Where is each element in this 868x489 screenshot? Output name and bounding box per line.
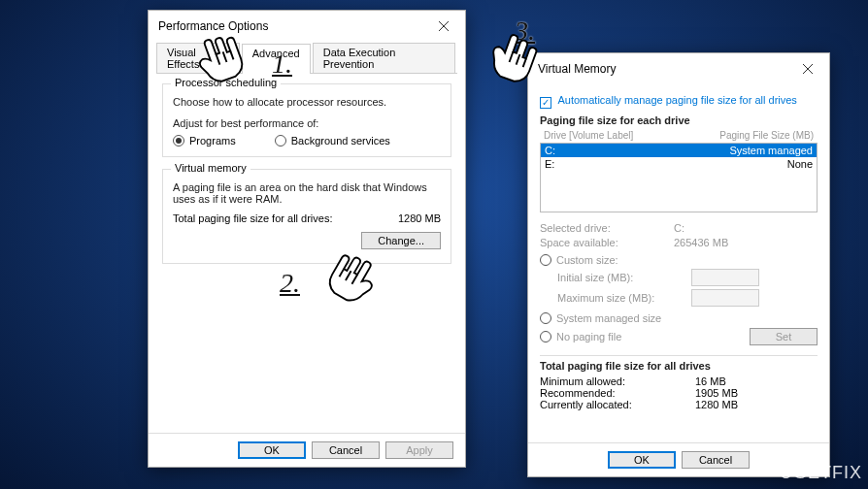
radio-custom-size: Custom size:	[540, 254, 818, 266]
vm-total-label: Total paging file size for all drives:	[173, 212, 332, 224]
auto-manage-label: Automatically manage paging file size fo…	[557, 94, 796, 106]
total-title: Total paging file size for all drives	[540, 360, 818, 372]
close-icon[interactable]	[430, 16, 457, 36]
vm-total-value: 1280 MB	[398, 212, 441, 224]
drive-list[interactable]: C: System managed E: None	[540, 143, 818, 212]
radio-dot-icon	[275, 135, 286, 147]
vm-titlebar: Virtual Memory	[528, 53, 829, 82]
close-icon[interactable]	[794, 59, 821, 79]
proc-adjust: Adjust for best performance of:	[173, 117, 441, 129]
perf-title: Performance Options	[158, 19, 268, 33]
list-item[interactable]: E: None	[541, 157, 817, 171]
hdr-drive: Drive [Volume Label]	[544, 130, 696, 141]
list-title: Paging file size for each drive	[540, 114, 818, 126]
radio-system-managed: System managed size	[540, 312, 818, 324]
initial-size-input	[691, 269, 759, 286]
radio-dot-icon	[540, 254, 551, 266]
drive-c-label: C:	[545, 145, 696, 156]
radio-no-paging: No paging file	[540, 331, 621, 342]
drive-c-size: System managed	[696, 145, 813, 156]
seldrive-value: C:	[674, 222, 684, 234]
no-paging-label: No paging file	[556, 331, 621, 342]
group-processor-scheduling: Processor scheduling Choose how to alloc…	[162, 83, 451, 157]
cancel-button[interactable]: Cancel	[312, 441, 380, 459]
cur-v: 1280 MB	[695, 399, 738, 410]
radio-dot-icon	[540, 312, 551, 324]
tab-advanced[interactable]: Advanced	[242, 44, 311, 74]
seldrive-label: Selected drive:	[540, 222, 666, 234]
rec-v: 1905 MB	[695, 387, 738, 399]
cur-l: Currently allocated:	[540, 399, 695, 410]
group-title-proc: Processor scheduling	[171, 77, 281, 88]
vm-title: Virtual Memory	[538, 62, 616, 76]
perf-button-row: OK Cancel Apply	[149, 433, 465, 467]
apply-button[interactable]: Apply	[385, 441, 453, 459]
ok-button[interactable]: OK	[238, 441, 306, 459]
set-button: Set	[750, 328, 818, 345]
rec-l: Recommended:	[540, 387, 695, 399]
group-virtual-memory: Virtual memory A paging file is an area …	[162, 169, 451, 264]
cancel-button[interactable]: Cancel	[682, 451, 750, 469]
max-label: Maximum size (MB):	[557, 292, 684, 304]
radio-programs-label: Programs	[189, 135, 236, 147]
drive-e-size: None	[696, 158, 813, 170]
perf-titlebar: Performance Options	[149, 11, 465, 40]
radio-programs[interactable]: Programs	[173, 135, 236, 147]
list-item[interactable]: C: System managed	[541, 144, 817, 157]
auto-manage-row[interactable]: Automatically manage paging file size fo…	[540, 94, 818, 109]
custom-size-label: Custom size:	[556, 254, 618, 266]
change-button[interactable]: Change...	[361, 232, 441, 249]
min-v: 16 MB	[695, 375, 726, 387]
tab-strip: Visual Effects Advanced Data Execution P…	[156, 40, 457, 74]
drive-e-label: E:	[545, 158, 696, 170]
space-label: Space available:	[540, 237, 666, 248]
performance-options-dialog: Performance Options Visual Effects Advan…	[148, 10, 466, 468]
min-l: Minimum allowed:	[540, 375, 695, 387]
tab-dep[interactable]: Data Execution Prevention	[313, 43, 455, 73]
watermark: UGETFIX	[780, 463, 862, 483]
sys-managed-label: System managed size	[556, 312, 661, 324]
vm-desc: A paging file is an area on the hard dis…	[173, 181, 441, 205]
radio-dot-icon	[173, 135, 184, 147]
proc-desc: Choose how to allocate processor resourc…	[173, 96, 441, 108]
group-title-vm: Virtual memory	[171, 162, 250, 174]
radio-bg-label: Background services	[291, 135, 390, 147]
ok-button[interactable]: OK	[608, 451, 676, 469]
virtual-memory-dialog: Virtual Memory Automatically manage pagi…	[527, 52, 830, 477]
init-label: Initial size (MB):	[557, 272, 684, 283]
radio-dot-icon	[540, 331, 551, 342]
checkbox-icon[interactable]	[540, 97, 551, 109]
radio-background-services[interactable]: Background services	[275, 135, 390, 147]
tab-visual-effects[interactable]: Visual Effects	[156, 43, 240, 73]
max-size-input	[691, 289, 759, 307]
hdr-size: Paging File Size (MB)	[696, 130, 814, 141]
space-value: 265436 MB	[674, 237, 728, 248]
